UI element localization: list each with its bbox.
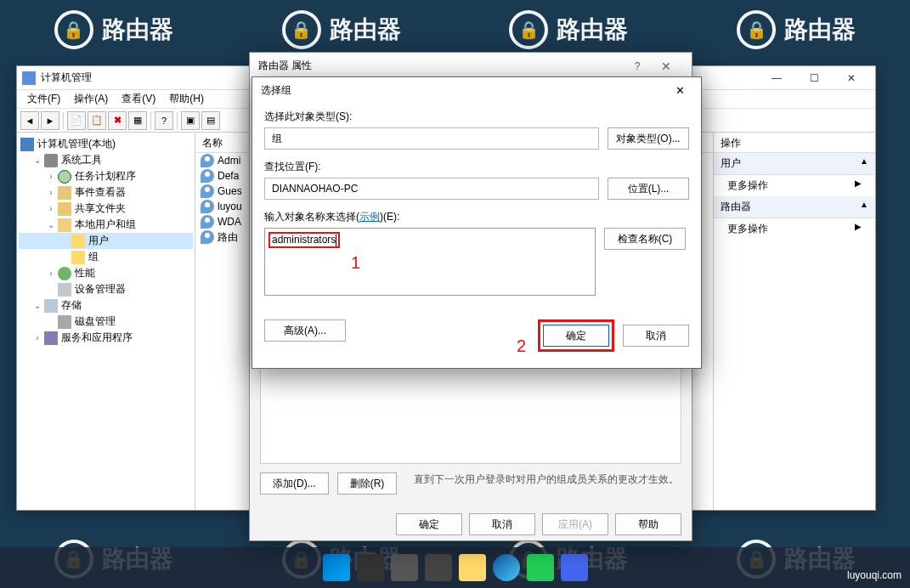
chevron-right-icon: ▶ [855, 222, 862, 236]
user-icon [201, 154, 214, 167]
mmc-tree-pane[interactable]: 计算机管理(本地) ⌄系统工具 ›任务计划程序 ›事件查看器 ›共享文件夹 ⌄本… [17, 133, 195, 510]
user-icon [201, 184, 214, 198]
collapse-icon[interactable]: ⌄ [32, 301, 42, 310]
users-group-icon [58, 218, 71, 232]
object-types-button[interactable]: 对象类型(O)... [608, 127, 689, 150]
object-name-input[interactable]: administrators [264, 228, 596, 296]
tree-shared-folders[interactable]: ›共享文件夹 [19, 201, 193, 217]
actions-header: 操作 [714, 133, 875, 153]
mmc-actions-pane: 操作 用户▲ 更多操作▶ 路由器▲ 更多操作▶ [714, 133, 875, 510]
check-names-button[interactable]: 检查名称(C) [604, 228, 686, 250]
remove-button[interactable]: 删除(R) [337, 472, 398, 495]
actions-section-users[interactable]: 用户▲ [714, 153, 875, 175]
tb-up-icon[interactable]: 📄 [67, 111, 86, 130]
collapse-icon: ▲ [860, 200, 868, 214]
annotation-box-2: 确定 [538, 319, 614, 352]
folder-icon [71, 251, 85, 264]
help-icon[interactable]: ? [625, 60, 649, 72]
start-button-icon[interactable] [323, 554, 350, 581]
widgets-icon[interactable] [425, 554, 452, 581]
object-name-label: 输入对象名称来选择(示例)(E): [264, 210, 689, 224]
explorer-icon[interactable] [459, 554, 486, 581]
tb-forward-icon[interactable]: ► [41, 111, 59, 130]
expand-icon[interactable]: › [46, 269, 56, 278]
prop-title: 路由器 属性 [258, 59, 625, 73]
app-icon[interactable] [561, 554, 588, 581]
tree-groups[interactable]: 组 [19, 249, 193, 265]
ok-button[interactable]: 确定 [396, 513, 462, 535]
tb-properties-icon[interactable]: ▦ [128, 111, 147, 130]
expand-icon[interactable]: › [32, 333, 42, 342]
user-icon [201, 215, 214, 229]
actions-section-router[interactable]: 路由器▲ [714, 196, 875, 218]
tb-a-icon[interactable]: ▣ [181, 111, 200, 130]
watermark-url: luyouqi.com [847, 569, 902, 581]
close-icon[interactable]: ✕ [649, 59, 683, 73]
select-titlebar[interactable]: 选择组 ✕ [252, 77, 701, 103]
tree-services-apps[interactable]: ›服务和应用程序 [19, 330, 193, 346]
task-view-icon[interactable] [391, 554, 418, 581]
select-group-dialog: 选择组 ✕ 选择此对象类型(S): 组 对象类型(O)... 查找位置(F): … [252, 76, 702, 369]
menu-action[interactable]: 操作(A) [67, 90, 115, 108]
share-icon [58, 202, 71, 216]
location-field: DIANNAOHAO-PC [264, 178, 599, 200]
close-button[interactable]: ✕ [833, 66, 870, 90]
add-button[interactable]: 添加(D)... [260, 472, 329, 495]
actions-more-1[interactable]: 更多操作▶ [714, 175, 875, 196]
tree-device-manager[interactable]: 设备管理器 [19, 281, 193, 297]
mmc-app-icon [22, 71, 36, 85]
tb-back-icon[interactable]: ◄ [20, 111, 39, 130]
example-link[interactable]: 示例 [359, 211, 380, 223]
menu-view[interactable]: 查看(V) [115, 90, 162, 108]
edge-icon[interactable] [493, 554, 520, 581]
computer-icon [20, 138, 34, 151]
tree-task-scheduler[interactable]: ›任务计划程序 [19, 168, 193, 184]
user-icon [201, 169, 214, 183]
windows-taskbar[interactable] [0, 547, 910, 588]
object-type-field: 组 [264, 127, 599, 150]
cancel-button[interactable]: 取消 [623, 325, 689, 347]
services-icon [44, 331, 58, 345]
locations-button[interactable]: 位置(L)... [608, 178, 689, 200]
cancel-button[interactable]: 取消 [469, 513, 535, 535]
tb-delete-icon[interactable]: ✖ [108, 111, 127, 130]
user-icon [201, 200, 214, 213]
tree-event-viewer[interactable]: ›事件查看器 [19, 184, 193, 201]
folder-icon [71, 235, 85, 248]
tree-disk-mgmt[interactable]: 磁盘管理 [19, 314, 193, 330]
tb-list-icon[interactable]: 📋 [88, 111, 106, 130]
location-label: 查找位置(F): [264, 160, 689, 174]
collapse-icon[interactable]: ⌄ [32, 155, 42, 165]
tree-performance[interactable]: ›性能 [19, 265, 193, 281]
search-icon[interactable] [357, 554, 384, 581]
ok-button[interactable]: 确定 [543, 325, 609, 347]
menu-help[interactable]: 帮助(H) [162, 90, 211, 108]
tb-b-icon[interactable]: ▤ [201, 111, 220, 130]
performance-icon [58, 267, 71, 280]
object-type-label: 选择此对象类型(S): [264, 110, 689, 124]
tb-help-icon[interactable]: ? [155, 111, 173, 130]
close-icon[interactable]: ✕ [667, 80, 692, 100]
collapse-icon[interactable]: ⌄ [46, 220, 56, 229]
expand-icon[interactable]: › [46, 172, 56, 181]
annotation-1: 1 [351, 253, 360, 273]
select-title: 选择组 [261, 83, 667, 98]
minimize-button[interactable]: — [758, 66, 795, 90]
help-button[interactable]: 帮助 [615, 513, 681, 535]
tree-systools[interactable]: ⌄系统工具 [19, 152, 193, 168]
actions-more-2[interactable]: 更多操作▶ [714, 218, 875, 240]
tree-users[interactable]: 用户 [19, 233, 193, 249]
menu-file[interactable]: 文件(F) [20, 90, 67, 108]
tree-root[interactable]: 计算机管理(本地) [37, 137, 116, 151]
maximize-button[interactable]: ☐ [795, 66, 833, 90]
expand-icon[interactable]: › [46, 188, 56, 197]
collapse-icon: ▲ [860, 156, 868, 171]
app-icon[interactable] [527, 554, 554, 581]
apply-button[interactable]: 应用(A) [542, 513, 608, 535]
event-icon [58, 186, 71, 200]
advanced-button[interactable]: 高级(A)... [264, 319, 346, 342]
tree-storage[interactable]: ⌄存储 [19, 297, 193, 314]
tree-local-users-groups[interactable]: ⌄本地用户和组 [19, 217, 193, 233]
devmgr-icon [58, 283, 71, 297]
expand-icon[interactable]: › [46, 204, 56, 213]
